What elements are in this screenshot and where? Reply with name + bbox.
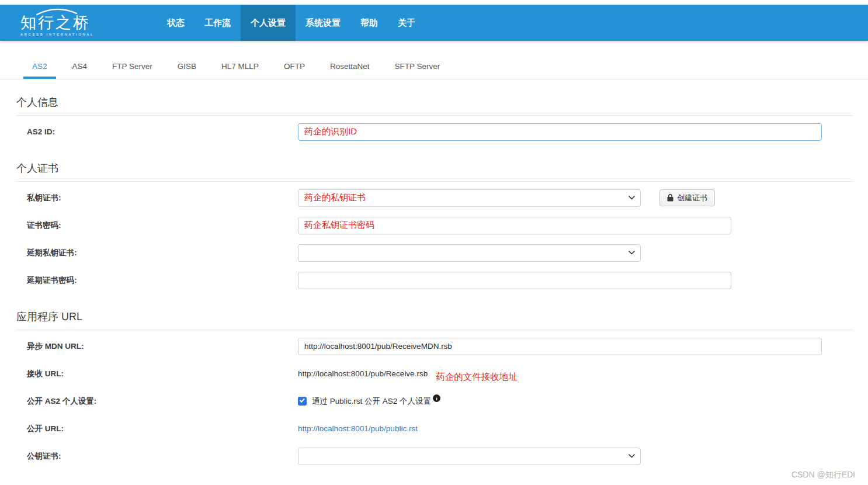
top-navbar: 知行之桥 ARCESB INTERNATIONAL 状态 工作流 个人设置 系统…	[0, 5, 868, 41]
nav-item-system-settings[interactable]: 系统设置	[296, 5, 350, 41]
public-cert-label: 公钥证书:	[27, 451, 298, 462]
tab-as2[interactable]: AS2	[23, 55, 56, 79]
async-mdn-url-label: 异步 MDN URL:	[27, 341, 298, 352]
tab-oftp[interactable]: OFTP	[275, 55, 314, 79]
tab-hl7-mllp[interactable]: HL7 MLLP	[213, 55, 268, 79]
public-cert-row: 公钥证书:	[16, 442, 853, 470]
tab-sftp-server[interactable]: SFTP Server	[386, 55, 449, 79]
public-url-link[interactable]: http://localhost:8001/pub/public.rst	[298, 424, 418, 433]
lock-icon	[667, 194, 673, 202]
rollover-password-input[interactable]	[298, 272, 731, 289]
private-cert-label: 私钥证书:	[27, 193, 298, 203]
tab-as4[interactable]: AS4	[64, 55, 96, 79]
logo-subtitle: ARCESB INTERNATIONAL	[20, 33, 94, 36]
main-nav: 状态 工作流 个人设置 系统设置 帮助 关于	[157, 5, 425, 41]
create-cert-button-label: 创建证书	[677, 193, 707, 203]
rollover-password-label: 延期证书密码:	[27, 275, 298, 286]
receive-url-label: 接收 URL:	[27, 369, 298, 379]
logo-title: 知行之桥	[20, 15, 94, 31]
publish-as2-checkbox-label: 通过 Public.rst 公开 AS2 个人设置	[312, 396, 431, 407]
section-personal-info-title: 个人信息	[16, 95, 853, 116]
watermark: CSDN @知行EDI	[791, 470, 855, 480]
public-url-row: 公开 URL: http://localhost:8001/pub/public…	[16, 415, 853, 442]
chevron-down-icon	[629, 251, 635, 255]
private-cert-selected-value: 药企的私钥证书	[304, 192, 366, 203]
publish-as2-label: 公开 AS2 个人设置:	[27, 396, 298, 407]
rollover-cert-row: 延期私钥证书:	[16, 239, 853, 266]
public-cert-select[interactable]	[298, 448, 641, 465]
info-icon[interactable]: i	[433, 394, 440, 402]
nav-item-about[interactable]: 关于	[388, 5, 425, 41]
chevron-down-icon	[629, 454, 635, 458]
receive-url-value: http://localhost:8001/pub/Receive.rsb	[298, 369, 428, 378]
public-url-label: 公开 URL:	[27, 424, 298, 434]
checkmark-icon	[300, 397, 305, 403]
section-personal-info: AS2 ID:	[16, 116, 853, 146]
nav-item-workflows[interactable]: 工作流	[195, 5, 241, 41]
nav-item-status[interactable]: 状态	[157, 5, 195, 41]
app-logo[interactable]: 知行之桥 ARCESB INTERNATIONAL	[20, 9, 94, 36]
tab-ftp-server[interactable]: FTP Server	[103, 55, 161, 79]
as2-id-input[interactable]	[298, 123, 822, 141]
logo-arc-icon	[36, 8, 78, 15]
create-cert-button[interactable]: 创建证书	[659, 189, 715, 206]
chevron-down-icon	[629, 196, 635, 200]
protocol-tabs: AS2 AS4 FTP Server GISB HL7 MLLP OFTP Ro…	[0, 55, 868, 79]
cert-password-label: 证书密码:	[27, 220, 298, 231]
nav-item-profiles[interactable]: 个人设置	[241, 5, 296, 41]
tab-rosettanet[interactable]: RosettaNet	[321, 55, 379, 79]
as2-settings-form: 个人信息 AS2 ID: 个人证书 私钥证书: 药企的私钥证书	[0, 95, 868, 470]
async-mdn-url-input[interactable]	[298, 338, 822, 355]
private-cert-select[interactable]: 药企的私钥证书	[298, 189, 641, 207]
rollover-cert-select[interactable]	[298, 244, 641, 262]
section-personal-cert-title: 个人证书	[16, 161, 853, 182]
cert-password-input[interactable]	[298, 217, 731, 234]
receive-url-annotation: 药企的文件接收地址	[436, 371, 518, 383]
nav-item-help[interactable]: 帮助	[350, 5, 388, 41]
tab-gisb[interactable]: GISB	[169, 55, 205, 79]
section-app-urls-title: 应用程序 URL	[16, 310, 853, 330]
section-personal-cert: 私钥证书: 药企的私钥证书 创建证书 证书密码:	[16, 182, 853, 294]
async-mdn-url-row: 异步 MDN URL:	[16, 332, 853, 360]
as2-id-label: AS2 ID:	[27, 127, 298, 136]
publish-as2-checkbox[interactable]	[298, 397, 307, 406]
publish-as2-row: 公开 AS2 个人设置: 通过 Public.rst 公开 AS2 个人设置 i	[16, 387, 853, 415]
cert-password-row: 证书密码:	[16, 212, 853, 239]
private-cert-row: 私钥证书: 药企的私钥证书 创建证书	[16, 184, 853, 212]
rollover-cert-label: 延期私钥证书:	[27, 248, 298, 258]
rollover-password-row: 延期证书密码:	[16, 266, 853, 294]
as2-id-row: AS2 ID:	[16, 118, 853, 146]
receive-url-row: 接收 URL: http://localhost:8001/pub/Receiv…	[16, 360, 853, 387]
section-app-urls: 异步 MDN URL: 接收 URL: http://localhost:800…	[16, 330, 853, 470]
